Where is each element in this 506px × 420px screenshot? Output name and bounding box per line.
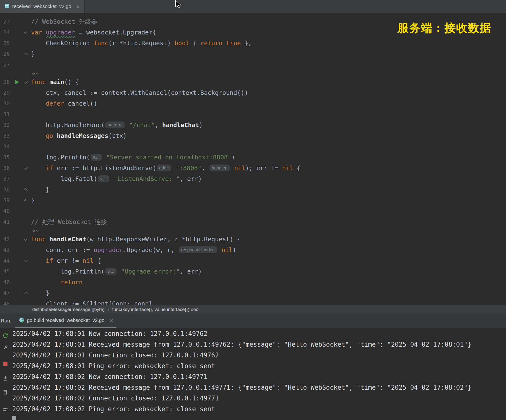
parameter-hint-inlay: responseHeader: [179, 246, 217, 253]
fold-icon[interactable] [24, 237, 28, 241]
line-number: 38 [0, 184, 10, 195]
code-line[interactable]: 33 go handleMessages(ctx) [0, 131, 506, 141]
line-number: 30 [0, 98, 10, 109]
mouse-cursor [175, 0, 182, 10]
editor-tab-bar: received_websocket_v2.go × [0, 0, 506, 13]
fold-icon[interactable] [24, 53, 28, 57]
code-line[interactable]: 47 } [0, 288, 506, 298]
fold-icon[interactable] [24, 199, 28, 203]
line-number: 33 [0, 131, 10, 141]
run-panel-label: Run: [0, 318, 11, 324]
run-tab-title: go build received_websocket_v2.go [27, 318, 104, 323]
code-line[interactable]: 28func main() { [0, 77, 506, 88]
settings-wrench-icon[interactable] [2, 344, 9, 351]
console-line: 2025/04/02 17:08:01 Ping error: websocke… [12, 361, 506, 371]
code-line[interactable]: 42func handleChat(w http.ResponseWriter,… [0, 234, 506, 245]
run-console: 2025/04/02 17:08:01 New connection: 127.… [0, 328, 506, 420]
code-line[interactable]: 26} [0, 49, 506, 59]
parameter-hint-inlay: v...: [98, 175, 109, 182]
code-editor[interactable]: 23// WebSocket 升级器24var upgrader = webso… [0, 13, 506, 305]
close-icon[interactable]: × [76, 3, 80, 10]
line-number: 44 [0, 255, 10, 266]
code-line[interactable]: 43 conn, err := upgrader.Upgrade(w, r, r… [0, 245, 506, 255]
layout-bars-icon[interactable] [2, 405, 9, 412]
line-number: 29 [0, 88, 10, 98]
code-line[interactable]: 44 if err != nil { [0, 255, 506, 266]
line-number: 46 [0, 277, 10, 288]
line-number: 25 [0, 38, 10, 49]
rerun-icon[interactable] [2, 332, 9, 339]
line-number: 32 [0, 120, 10, 131]
console-caret [12, 416, 16, 420]
code-line[interactable]: 31 [0, 109, 506, 120]
line-number: 48 [0, 298, 10, 305]
code-line[interactable]: 29 ctx, cancel := context.WithCancel(con… [0, 88, 506, 98]
run-tab[interactable]: go build received_websocket_v2.go × [15, 314, 116, 328]
stop-icon[interactable] [2, 361, 9, 367]
console-line: 2025/04/02 17:08:01 New connection: 127.… [12, 328, 506, 339]
code-line[interactable]: 46 return [0, 277, 506, 288]
console-line: 2025/04/02 17:08:02 Ping error: websocke… [12, 404, 506, 414]
code-line[interactable]: 27 [0, 59, 506, 70]
code-vision-icon[interactable] [31, 70, 39, 77]
fold-icon[interactable] [24, 30, 28, 34]
fold-icon[interactable] [24, 79, 28, 84]
code-line[interactable]: 39} [0, 195, 506, 206]
console-line: 2025/04/02 17:08:02 New connection: 127.… [12, 371, 506, 382]
run-panel-header: Run: go build received_websocket_v2.go × [0, 314, 506, 328]
run-line-icon[interactable] [15, 80, 19, 84]
line-number: 47 [0, 288, 10, 298]
line-number: 28 [0, 77, 10, 88]
fold-icon[interactable] [24, 166, 28, 170]
code-vision-row [0, 70, 506, 77]
line-number: 42 [0, 234, 10, 245]
parameter-hint-inlay: handler: [209, 165, 230, 171]
console-line: 2025/04/02 17:08:01 Received message fro… [12, 339, 506, 350]
line-number: 45 [0, 266, 10, 277]
editor-tab-title: received_websocket_v2.go [12, 4, 71, 9]
go-build-run-icon [19, 317, 24, 324]
console-line: 2025/04/02 17:08:01 Connection closed: 1… [12, 350, 506, 361]
line-number: 23 [0, 16, 10, 27]
line-number: 40 [0, 206, 10, 217]
code-line[interactable]: 36 if err := http.ListenAndServe(addr: "… [0, 163, 506, 174]
line-number: 31 [0, 109, 10, 120]
breadcrumb-function[interactable]: distributeMessage(message []byte) [32, 307, 105, 312]
code-line[interactable]: 38 } [0, 184, 506, 195]
code-line[interactable]: 48 client := &Client{Conn: conn} [0, 298, 506, 305]
line-number: 39 [0, 195, 10, 206]
line-number: 41 [0, 217, 10, 227]
editor-lines: 23// WebSocket 升级器24var upgrader = webso… [0, 16, 506, 305]
code-line[interactable]: 35 log.Println(v...: "Server started on … [0, 152, 506, 163]
editor-tab[interactable]: received_websocket_v2.go × [0, 0, 85, 13]
code-vision-icon[interactable] [31, 227, 39, 234]
code-line[interactable]: 40 [0, 206, 506, 217]
parameter-hint-inlay: pattern: [105, 122, 125, 128]
go-file-icon [4, 3, 10, 10]
scroll-to-end-icon[interactable] [2, 375, 9, 381]
code-line[interactable]: 32 http.HandleFunc(pattern: "/chat", han… [0, 120, 506, 131]
fold-icon[interactable] [24, 258, 28, 262]
code-line[interactable]: 30 defer cancel() [0, 98, 506, 109]
code-line[interactable]: 41// 处理 WebSocket 连接 [0, 217, 506, 227]
breadcrumb-separator: › [108, 306, 109, 313]
breadcrumb-signature[interactable]: func(key interface{}, value interface{})… [112, 307, 199, 312]
close-icon[interactable]: × [109, 317, 113, 324]
code-line[interactable]: 34 [0, 141, 506, 152]
line-number: 27 [0, 59, 10, 70]
line-number: 35 [0, 152, 10, 163]
console-output: 2025/04/02 17:08:01 New connection: 127.… [12, 328, 506, 420]
code-line[interactable]: 25 CheckOrigin: func(r *http.Request) bo… [0, 38, 506, 49]
line-number: 34 [0, 141, 10, 152]
line-number: 26 [0, 49, 10, 59]
code-line[interactable]: 45 log.Println(v...: "Upgrade error:", e… [0, 266, 506, 277]
overlay-annotation: 服务端：接收数据 [397, 21, 491, 36]
line-number: 24 [0, 27, 10, 38]
fold-icon[interactable] [24, 188, 28, 192]
fold-icon[interactable] [24, 292, 28, 296]
code-vision-row [0, 227, 506, 234]
line-number: 36 [0, 163, 10, 174]
code-line[interactable]: 37 log.Fatal(v...: "ListenAndServe: ", e… [0, 174, 506, 184]
clear-console-icon[interactable] [2, 389, 9, 396]
parameter-hint-inlay: v...: [91, 154, 102, 161]
